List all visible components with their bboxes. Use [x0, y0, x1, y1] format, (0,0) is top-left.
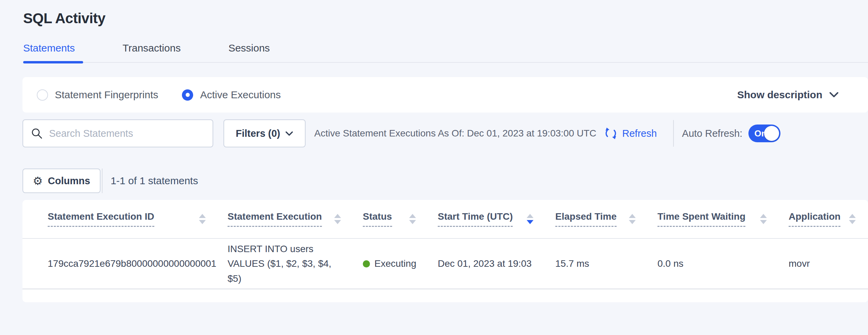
status-label: Executing: [374, 258, 416, 269]
columns-row: ⚙ Columns 1-1 of 1 statements: [22, 169, 868, 193]
radio-active-executions-label: Active Executions: [200, 89, 281, 101]
filters-button-label: Filters (0): [236, 128, 280, 139]
cell-execution-id: 179cca7921e679b80000000000000001: [48, 258, 228, 269]
filters-button[interactable]: Filters (0): [223, 119, 306, 147]
gear-icon: ⚙: [33, 174, 43, 188]
column-header-application[interactable]: Application: [789, 211, 868, 227]
refresh-icon: [604, 127, 618, 140]
sort-icon: [199, 214, 206, 224]
radio-unselected-icon: [37, 89, 48, 101]
toggle-knob: [764, 126, 779, 141]
sort-icon: [629, 214, 636, 224]
vertical-divider: [673, 120, 674, 147]
auto-refresh-label: Auto Refresh:: [682, 128, 742, 139]
tab-transactions-label: Transactions: [123, 42, 181, 54]
statements-table: Statement Execution ID Statement Executi…: [22, 200, 868, 302]
search-input[interactable]: [49, 128, 205, 139]
cell-time-spent-waiting: 0.0 ns: [657, 258, 789, 269]
refresh-label: Refresh: [622, 128, 657, 139]
cell-elapsed-time: 15.7 ms: [555, 258, 657, 269]
radio-selected-icon: [182, 89, 193, 101]
result-count: 1-1 of 1 statements: [111, 175, 198, 187]
radio-active-executions[interactable]: Active Executions: [182, 89, 281, 101]
search-box: [22, 119, 213, 147]
column-header-start-time[interactable]: Start Time (UTC): [438, 211, 555, 227]
controls-row: Filters (0) Active Statement Executions …: [22, 119, 868, 147]
tab-bar: Statements Transactions Sessions: [23, 42, 868, 63]
vertical-divider: [102, 169, 103, 193]
columns-button[interactable]: ⚙ Columns: [22, 169, 100, 193]
view-mode-card: Statement Fingerprints Active Executions…: [22, 77, 868, 113]
column-header-time-spent-waiting[interactable]: Time Spent Waiting: [657, 211, 789, 227]
sort-icon: [409, 214, 416, 224]
auto-refresh-toggle[interactable]: On: [748, 125, 780, 142]
cell-application: movr: [789, 258, 868, 269]
column-header-statement-execution[interactable]: Statement Execution: [228, 211, 363, 227]
chevron-down-icon: [285, 131, 293, 136]
table-row[interactable]: 179cca7921e679b80000000000000001 INSERT …: [22, 239, 868, 289]
chevron-down-icon: [829, 92, 839, 98]
column-header-statement-execution-id[interactable]: Statement Execution ID: [48, 211, 228, 227]
tab-statements[interactable]: Statements: [23, 42, 89, 62]
show-description-label: Show description: [737, 89, 822, 101]
cell-status: Executing: [363, 258, 438, 269]
page-title: SQL Activity: [23, 10, 868, 27]
sort-icon: [334, 214, 341, 224]
sort-desc-icon: [527, 214, 533, 224]
radio-statement-fingerprints-label: Statement Fingerprints: [55, 89, 158, 101]
tab-sessions-label: Sessions: [228, 42, 270, 54]
tab-statements-label: Statements: [23, 42, 75, 54]
table-header-row: Statement Execution ID Statement Executi…: [22, 200, 868, 239]
tab-sessions[interactable]: Sessions: [228, 42, 284, 62]
refresh-button[interactable]: Refresh: [604, 127, 657, 140]
radio-statement-fingerprints[interactable]: Statement Fingerprints: [37, 89, 158, 101]
column-header-elapsed-time[interactable]: Elapsed Time: [555, 211, 657, 227]
sql-activity-page: SQL Activity Statements Transactions Ses…: [0, 10, 868, 335]
column-header-status[interactable]: Status: [363, 211, 438, 227]
status-dot-icon: [363, 260, 370, 267]
tab-transactions[interactable]: Transactions: [123, 42, 195, 62]
as-of-text: Active Statement Executions As Of: Dec 0…: [314, 128, 596, 139]
columns-button-label: Columns: [48, 175, 90, 187]
sort-icon: [760, 214, 767, 224]
search-icon: [31, 127, 43, 140]
show-description-button[interactable]: Show description: [737, 89, 839, 101]
cell-start-time: Dec 01, 2023 at 19:03: [438, 258, 555, 269]
cell-statement: INSERT INTO users VALUES ($1, $2, $3, $4…: [228, 242, 363, 286]
sort-icon: [849, 214, 856, 224]
